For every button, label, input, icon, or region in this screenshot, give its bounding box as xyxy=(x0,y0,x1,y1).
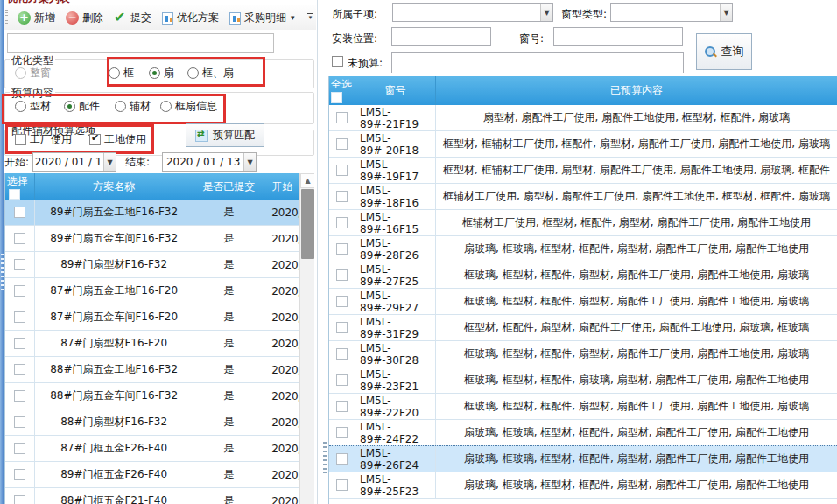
end-date-picker[interactable]: 2020 / 01 / 13 ▼ xyxy=(162,152,257,172)
row-checkbox[interactable] xyxy=(336,453,348,465)
window-table-row[interactable]: LM5L-89#-26F24 扇玻璃, 框玻璃, 框型材, 框配件, 扇型材, … xyxy=(329,445,837,472)
window-table-row[interactable]: LM5L-89#-29F27 框玻璃, 框型材, 框配件, 扇型材, 扇配件工厂… xyxy=(329,289,837,315)
window-no-input[interactable] xyxy=(553,27,683,46)
plan-name-column-header[interactable]: 方案名称 xyxy=(35,173,193,200)
install-position-input[interactable] xyxy=(391,27,491,46)
chevron-down-icon[interactable]: ▼ xyxy=(540,4,552,21)
toolbar-buttons: 新增 删除 提交 xyxy=(12,8,300,28)
row-checkbox[interactable] xyxy=(336,348,348,360)
plan-table-row[interactable]: 89#门扇型材F16-F32 是 2020/0 xyxy=(5,252,314,278)
plan-table-row[interactable]: 87#门框五金F26-F40 是 2020/0 xyxy=(5,436,314,462)
select-all-checkbox[interactable] xyxy=(9,189,20,200)
row-checkbox[interactable] xyxy=(336,322,348,333)
row-checkbox[interactable] xyxy=(336,296,348,307)
window-table-row[interactable]: LM5L-89#-18F16 框辅材工厂使用, 扇型材, 扇配件工厂使用, 扇配… xyxy=(329,184,837,210)
plan-table-row[interactable]: 88#门扇五金工地F16-F32 是 2020/0 xyxy=(5,357,314,383)
toolbar-overflow-button[interactable]: ▾ xyxy=(305,10,316,25)
window-table-row[interactable]: LM5L-89#-31F29 框型材, 框配件, 扇型材, 扇配件工厂使用, 扇… xyxy=(329,315,837,341)
plan-table-row[interactable]: 89#门框五金F26-F40 是 2020/0 xyxy=(5,462,314,488)
radio-option[interactable]: 配件 xyxy=(64,99,100,114)
radio-option[interactable]: 整窗 xyxy=(15,66,51,80)
row-checkbox[interactable] xyxy=(336,243,348,255)
plan-table-row[interactable]: 87#门扇五金车间F16-F20 是 2020/0 xyxy=(5,304,314,331)
row-checkbox[interactable] xyxy=(336,270,348,281)
plan-table-row[interactable]: 88#门扇型材F16-F32 是 2020/0 xyxy=(5,410,314,436)
start-date-picker[interactable]: 2020 / 01 / 1 ▼ xyxy=(32,152,116,172)
radio-option[interactable]: 框、扇 xyxy=(187,66,234,80)
no-budget-checkbox[interactable] xyxy=(332,56,343,67)
window-no-column-header[interactable]: 窗号 xyxy=(355,76,436,105)
window-table-row[interactable]: LM5L-89#-21F19 扇型材, 扇配件工厂使用, 扇配件工地使用, 框型… xyxy=(329,105,837,131)
budgeted-content-column-header[interactable]: 已预算内容 xyxy=(436,76,837,105)
radio-option[interactable]: 框扇信息 xyxy=(160,99,217,114)
plan-table-row[interactable]: 87#门扇五金工地F16-F20 是 2020/0 xyxy=(5,278,314,304)
query-button[interactable]: 查询 xyxy=(696,33,752,70)
radio-option[interactable]: 扇 xyxy=(149,66,174,80)
window-table-row[interactable]: LM5L-89#-16F15 框辅材工厂使用, 框型材, 框配件, 扇型材, 扇… xyxy=(329,210,837,236)
panel-splitter-grip[interactable] xyxy=(323,442,327,473)
no-budget-input[interactable] xyxy=(391,52,684,74)
row-checkbox[interactable] xyxy=(14,312,25,323)
toolbar-button[interactable]: 删除 xyxy=(60,8,109,28)
plan-table-row[interactable]: 87#门扇型材F16-F20 是 2020/0 xyxy=(5,331,314,357)
row-checkbox[interactable] xyxy=(336,401,348,412)
chevron-down-icon[interactable]: ▼ xyxy=(243,153,256,171)
row-checkbox[interactable] xyxy=(14,285,25,297)
select-all-checkbox[interactable] xyxy=(331,92,342,103)
row-checkbox[interactable] xyxy=(14,416,25,428)
row-checkbox[interactable] xyxy=(336,480,348,491)
sub-item-select[interactable]: ▼ xyxy=(392,3,553,22)
row-checkbox[interactable] xyxy=(14,390,25,402)
radio-option[interactable]: 框 xyxy=(109,66,134,80)
window-table-row[interactable]: LM5L-89#-30F28 框玻璃, 框型材, 框配件, 扇型材, 扇配件工厂… xyxy=(329,341,837,368)
radio-option[interactable]: 型材 xyxy=(15,99,51,114)
row-checkbox[interactable] xyxy=(336,138,348,150)
plan-filter-input[interactable] xyxy=(7,33,274,53)
row-checkbox[interactable] xyxy=(14,259,25,270)
row-checkbox[interactable] xyxy=(336,164,348,176)
row-checkbox[interactable] xyxy=(14,206,25,218)
row-checkbox[interactable] xyxy=(14,443,25,454)
window-table-row[interactable]: LM5L-89#-24F22 扇玻璃, 框玻璃, 框型材, 框配件, 扇型材, … xyxy=(329,420,837,446)
plan-table-row[interactable]: 88#门框五金F21-F40 是 2020/0 xyxy=(5,488,314,504)
row-checkbox[interactable] xyxy=(14,364,25,375)
submitted-column-header[interactable]: 是否已提交 xyxy=(193,173,264,200)
row-checkbox[interactable] xyxy=(14,469,25,480)
plan-table-row[interactable]: 89#门扇五金车间F16-F32 是 2020/0 xyxy=(5,226,314,252)
plan-name-cell: 89#门扇五金车间F16-F32 xyxy=(35,226,193,251)
window-table-row[interactable]: LM5L-89#-28F26 扇玻璃, 框玻璃, 框型材, 框配件, 扇型材, … xyxy=(329,236,837,262)
chevron-down-icon[interactable]: ▼ xyxy=(720,4,732,21)
row-checkbox[interactable] xyxy=(336,427,348,438)
checkbox-option[interactable]: 工厂使用 xyxy=(15,132,72,147)
checkbox-option[interactable]: 工地使用 xyxy=(89,132,146,147)
row-checkbox[interactable] xyxy=(14,233,25,244)
toolbar-button-icon xyxy=(229,12,241,24)
toolbar-button[interactable]: 优化方案 xyxy=(157,8,224,28)
window-table-row[interactable]: LM5L-89#-27F25 框玻璃, 框型材, 框配件, 扇型材, 扇配件工厂… xyxy=(329,262,837,289)
row-checkbox[interactable] xyxy=(336,191,348,202)
budget-match-button[interactable]: 预算匹配 xyxy=(186,123,264,147)
plan-table-row[interactable]: 89#门扇五金工地F16-F32 是 2020/0 xyxy=(5,200,314,226)
row-checkbox[interactable] xyxy=(336,217,348,228)
submitted-cell: 是 xyxy=(193,410,264,435)
plan-table-row[interactable]: 88#门扇五金车间F16-F32 是 2020/0 xyxy=(5,383,314,410)
scrollbar-up-arrow-icon[interactable]: ▲ xyxy=(300,173,314,188)
row-checkbox[interactable] xyxy=(14,338,25,349)
toolbar-button[interactable]: 采购明细 ▾ xyxy=(224,8,300,28)
row-checkbox[interactable] xyxy=(336,112,348,123)
toolbar-grip[interactable] xyxy=(5,10,8,25)
chevron-down-icon[interactable]: ▼ xyxy=(103,153,116,171)
toolbar-button[interactable]: 提交 xyxy=(109,8,157,28)
window-table-row[interactable]: LM5L-89#-19F17 框型材, 框辅材工厂使用, 扇型材, 扇配件工厂使… xyxy=(329,158,837,184)
scrollbar-thumb[interactable] xyxy=(301,189,314,259)
row-checkbox[interactable] xyxy=(14,495,25,504)
plan-table-scrollbar[interactable]: ▲ xyxy=(299,173,314,504)
row-checkbox[interactable] xyxy=(336,374,348,386)
radio-option[interactable]: 辅材 xyxy=(115,99,151,114)
window-table-row[interactable]: LM5L-89#-23F21 框玻璃, 框型材, 框配件, 扇玻璃, 扇型材, … xyxy=(329,368,837,394)
toolbar-button[interactable]: 新增 xyxy=(12,8,60,28)
window-type-select[interactable]: ▼ xyxy=(610,3,733,22)
window-table-row[interactable]: LM5L-89#-22F20 框玻璃, 框型材, 框配件, 扇型材, 扇配件工厂… xyxy=(329,394,837,420)
window-table-row[interactable]: LM5L-89#-20F18 框型材, 框辅材工厂使用, 框配件, 扇型材, 扇… xyxy=(329,131,837,158)
window-table-row[interactable]: LM5L-89#-25F23 扇玻璃, 框玻璃, 框型材, 框配件, 扇型材, … xyxy=(329,472,837,499)
